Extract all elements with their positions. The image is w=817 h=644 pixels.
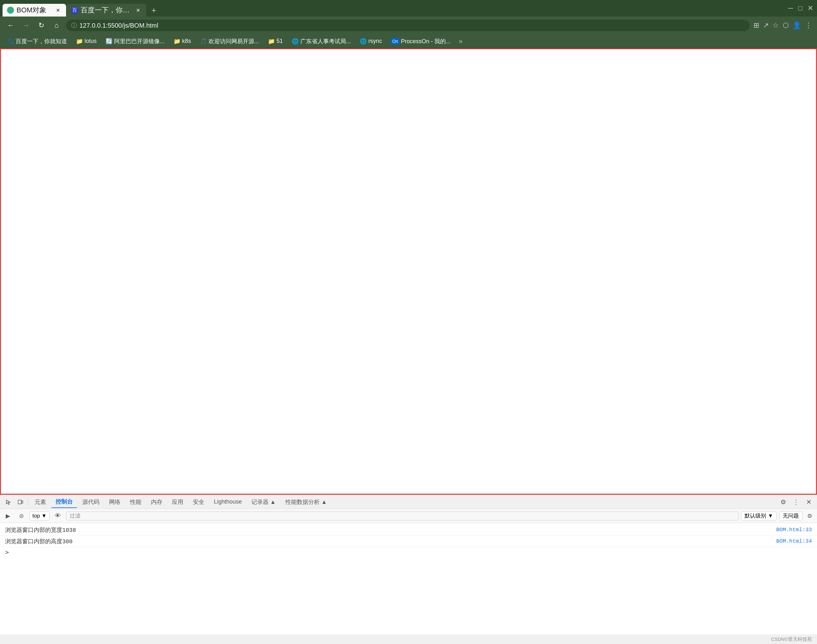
new-tab-button[interactable]: + (147, 4, 161, 17)
log-level-selector[interactable]: 默认级别 ▼ (741, 512, 777, 520)
bookmark-label-netease: 欢迎访问网易开源... (208, 37, 259, 45)
bookmark-alibaba[interactable]: 🔄 阿里巴巴开源镜像... (102, 36, 168, 46)
tab-bom[interactable]: 🌐 BOM对象 ✕ (3, 4, 66, 17)
console-line-2-content: 浏览器窗口内部的高度300 (5, 538, 776, 545)
bookmark-51[interactable]: 📁 51 (265, 37, 286, 46)
bookmark-label-baidu: 百度一下，你就知道 (15, 37, 67, 45)
console-settings-button[interactable]: ⚙ (805, 511, 814, 521)
bookmark-icon-alibaba: 🔄 (106, 38, 112, 45)
tab-elements[interactable]: 元素 (30, 496, 51, 508)
tab-console[interactable]: 控制台 (51, 496, 77, 508)
console-toolbar: ▶ ⊘ top ▼ 👁 过滤 默认级别 ▼ 无问题 ⚙ (0, 509, 817, 523)
more-options-button[interactable]: ⋮ (790, 496, 802, 508)
context-selector[interactable]: top ▼ (29, 512, 49, 520)
bookmark-rsync[interactable]: 🌐 rsync (357, 37, 385, 46)
bookmark-icon-k8s: 📁 (173, 38, 181, 45)
bookmark-icon-processon: On (391, 38, 399, 44)
tab-security[interactable]: 安全 (189, 496, 209, 508)
tab-recorder[interactable]: 记录器 ▲ (247, 496, 280, 508)
tab-title-bom: BOM对象 (17, 5, 52, 15)
share-icon[interactable]: ↗ (763, 21, 769, 29)
url-bar[interactable]: ⓘ 127.0.0.1:5500/js/BOM.html (66, 20, 750, 31)
console-line-1-source[interactable]: BOM.html:33 (776, 527, 812, 533)
tab-performance[interactable]: 性能 (126, 496, 146, 508)
bookmark-lotus[interactable]: 📁 lotus (73, 37, 100, 46)
tab-memory[interactable]: 内存 (147, 496, 167, 508)
menu-icon[interactable]: ⋮ (805, 21, 812, 29)
tab-baidu[interactable]: 百 百度一下，你就知道 ✕ (67, 4, 146, 17)
device-icon (17, 499, 23, 505)
back-button[interactable]: ← (5, 20, 17, 31)
tab-strip: 🌐 BOM对象 ✕ 百 百度一下，你就知道 ✕ + (0, 0, 784, 17)
clear-console-button[interactable]: ▶ (3, 511, 13, 521)
bookmark-label-alibaba: 阿里巴巴开源镜像... (114, 37, 165, 45)
prompt-caret: > (5, 548, 9, 556)
status-bar: CSDN©景天科技苑 (0, 635, 817, 644)
tab-sources[interactable]: 源代码 (78, 496, 104, 508)
issues-button[interactable]: 无问题 (779, 512, 802, 520)
log-level-label: 默认级别 ▼ (745, 512, 773, 520)
maximize-button[interactable]: □ (798, 4, 802, 12)
eye-button[interactable]: 👁 (52, 510, 64, 522)
window-controls: ─ □ ✕ (784, 0, 817, 17)
bookmarks-bar: 🐾 百度一下，你就知道 📁 lotus 🔄 阿里巴巴开源镜像... 📁 k8s … (0, 34, 817, 48)
bookmark-label-51: 51 (276, 38, 283, 44)
issues-label: 无问题 (783, 512, 799, 520)
bookmark-icon-51: 📁 (268, 38, 275, 45)
tab-favicon-baidu: 百 (71, 7, 78, 14)
inspect-element-button[interactable] (3, 496, 14, 508)
extensions-icon[interactable]: ⬡ (783, 21, 789, 29)
console-line-2: 浏览器窗口内部的高度300 BOM.html:34 (0, 536, 817, 547)
bookmark-netease[interactable]: 🎵 欢迎访问网易开源... (197, 36, 262, 46)
console-line-1-content: 浏览器窗口内部的宽度1038 (5, 526, 776, 534)
minimize-button[interactable]: ─ (788, 4, 793, 12)
address-bar: ← → ↻ ⌂ ⓘ 127.0.0.1:5500/js/BOM.html ⊞ ↗… (0, 17, 817, 34)
console-line-2-source[interactable]: BOM.html:34 (776, 538, 812, 544)
tab-close-bom[interactable]: ✕ (54, 6, 62, 14)
reload-button[interactable]: ↻ (35, 20, 47, 31)
bookmark-label-rsync: rsync (368, 38, 382, 44)
console-prompt[interactable]: > (0, 547, 817, 557)
console-line-1: 浏览器窗口内部的宽度1038 BOM.html:33 (0, 524, 817, 536)
tab-lighthouse[interactable]: Lighthouse (209, 497, 246, 507)
svg-rect-1 (21, 501, 23, 503)
block-button[interactable]: ⊘ (16, 511, 27, 521)
settings-button[interactable]: ⚙ (777, 496, 789, 508)
star-icon[interactable]: ☆ (773, 21, 779, 29)
filter-placeholder: 过滤 (70, 512, 80, 520)
cursor-icon (5, 499, 11, 505)
bookmark-icon-lotus: 📁 (76, 38, 83, 45)
devtools-panel: 元素 控制台 源代码 网络 性能 内存 应用 安全 Lighthouse 记录器… (0, 495, 817, 635)
devtools-toolbar: 元素 控制台 源代码 网络 性能 内存 应用 安全 Lighthouse 记录器… (0, 495, 817, 509)
translate-icon[interactable]: ⊞ (753, 21, 759, 29)
tab-close-baidu[interactable]: ✕ (134, 6, 142, 14)
filter-input[interactable]: 过滤 (66, 512, 739, 520)
bookmark-label-lotus: lotus (84, 38, 97, 44)
title-bar: 🌐 BOM对象 ✕ 百 百度一下，你就知道 ✕ + ─ □ ✕ (0, 0, 817, 17)
svg-rect-0 (18, 500, 21, 504)
home-button[interactable]: ⌂ (51, 20, 62, 31)
bookmark-label-k8s: k8s (182, 38, 191, 44)
profile-icon[interactable]: 👤 (792, 21, 801, 29)
bookmark-k8s[interactable]: 📁 k8s (170, 37, 194, 46)
tab-application[interactable]: 应用 (167, 496, 188, 508)
bookmark-more[interactable]: » (456, 36, 465, 46)
bookmark-icon-netease: 🎵 (200, 38, 207, 45)
bookmark-baidu[interactable]: 🐾 百度一下，你就知道 (4, 36, 70, 46)
security-icon: ⓘ (71, 21, 77, 29)
bookmark-guangdong[interactable]: 🌐 广东省人事考试局... (288, 36, 354, 46)
bookmark-label-processon: ProcessOn - 我的... (401, 37, 451, 45)
forward-button[interactable]: → (20, 20, 32, 31)
address-icons: ⊞ ↗ ☆ ⬡ 👤 ⋮ (753, 21, 812, 29)
device-toolbar-button[interactable] (15, 496, 26, 508)
tab-performance-insights[interactable]: 性能数据分析 ▲ (281, 496, 331, 508)
tab-network[interactable]: 网络 (104, 496, 125, 508)
close-button[interactable]: ✕ (808, 4, 813, 12)
devtools-right-icons: ⚙ ⋮ ✕ (777, 496, 814, 508)
page-viewport (0, 48, 817, 495)
bookmark-icon-rsync: 🌐 (360, 38, 367, 45)
browser-window: 🌐 BOM对象 ✕ 百 百度一下，你就知道 ✕ + ─ □ ✕ ← → ↻ ⌂ … (0, 0, 817, 644)
bookmark-processon[interactable]: On ProcessOn - 我的... (388, 36, 454, 46)
bookmark-label-guangdong: 广东省人事考试局... (300, 37, 351, 45)
close-devtools-button[interactable]: ✕ (803, 496, 814, 508)
